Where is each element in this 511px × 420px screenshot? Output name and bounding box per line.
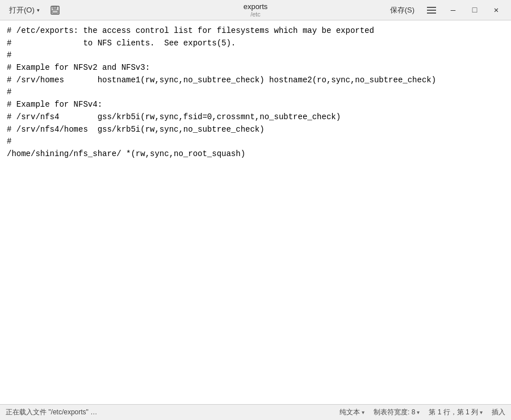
open-menu-button[interactable]: 打开(O) ▾ — [5, 3, 44, 18]
statusbar: 正在载入文件 "/etc/exports" … 纯文本 ▾ 制表符宽度: 8 ▾… — [0, 404, 511, 420]
cursor-position[interactable]: 第 1 行，第 1 列 ▾ — [429, 408, 483, 417]
open-menu-arrow: ▾ — [37, 7, 40, 13]
code-line: # /srv/homes hostname1(rw,sync,no_subtre… — [7, 74, 504, 87]
code-line: # /srv/nfs4/homes gss/krb5i(rw,sync,no_s… — [7, 124, 504, 136]
cursor-dropdown-icon: ▾ — [480, 409, 483, 415]
window-title: exports — [244, 2, 268, 11]
titlebar: 打开(O) ▾ exports /etc 保存(S) — □ — [0, 0, 511, 20]
loading-status: 正在载入文件 "/etc/exports" … — [6, 408, 97, 417]
insert-mode[interactable]: 插入 — [492, 408, 505, 417]
tab-width-selector[interactable]: 制表符宽度: 8 ▾ — [374, 408, 420, 417]
file-type-label: 纯文本 — [340, 408, 360, 417]
window-subtitle: /etc — [250, 11, 261, 18]
minimize-button[interactable]: — — [443, 2, 463, 18]
minimize-icon: — — [451, 6, 455, 15]
maximize-icon: □ — [472, 6, 477, 15]
code-line: # to NFS clients. See exports(5). — [7, 37, 504, 50]
save-icon-button[interactable] — [47, 3, 64, 18]
code-line: # Example for NFSv2 and NFSv3: — [7, 62, 504, 74]
file-type-selector[interactable]: 纯文本 ▾ — [340, 408, 365, 417]
hamburger-button[interactable] — [421, 2, 442, 18]
editor-area[interactable]: # /etc/exports: the access control list … — [0, 20, 511, 404]
tab-width-dropdown-icon: ▾ — [417, 409, 420, 415]
code-line: # — [7, 136, 504, 148]
titlebar-right: 保存(S) — □ ✕ — [384, 2, 506, 18]
code-line: /home/shining/nfs_share/ *(rw,sync,no_ro… — [7, 148, 504, 161]
maximize-button[interactable]: □ — [464, 2, 485, 18]
tab-width-label: 制表符宽度: 8 — [374, 408, 415, 417]
code-line: # Example for NFSv4: — [7, 99, 504, 111]
insert-mode-label: 插入 — [492, 408, 505, 417]
code-line: # /etc/exports: the access control list … — [7, 25, 504, 37]
hamburger-icon — [427, 7, 436, 14]
close-button[interactable]: ✕ — [486, 2, 506, 18]
svg-rect-2 — [52, 10, 58, 13]
statusbar-right: 纯文本 ▾ 制表符宽度: 8 ▾ 第 1 行，第 1 列 ▾ 插入 — [340, 408, 505, 417]
code-line: # — [7, 86, 504, 99]
save-button[interactable]: 保存(S) — [384, 3, 420, 18]
code-line: # /srv/nfs4 gss/krb5i(rw,sync,fsid=0,cro… — [7, 111, 504, 124]
floppy-disk-icon — [50, 5, 60, 15]
save-label: 保存(S) — [390, 5, 414, 15]
statusbar-left: 正在载入文件 "/etc/exports" … — [6, 408, 97, 417]
titlebar-left: 打开(O) ▾ — [5, 3, 64, 18]
code-line: # — [7, 49, 504, 62]
svg-rect-1 — [53, 6, 57, 9]
titlebar-center: exports /etc — [244, 2, 268, 18]
code-content: # /etc/exports: the access control list … — [7, 25, 504, 161]
close-icon: ✕ — [494, 5, 499, 15]
file-type-dropdown-icon: ▾ — [362, 409, 365, 415]
cursor-position-label: 第 1 行，第 1 列 — [429, 408, 478, 417]
open-menu-label: 打开(O) — [9, 5, 35, 15]
